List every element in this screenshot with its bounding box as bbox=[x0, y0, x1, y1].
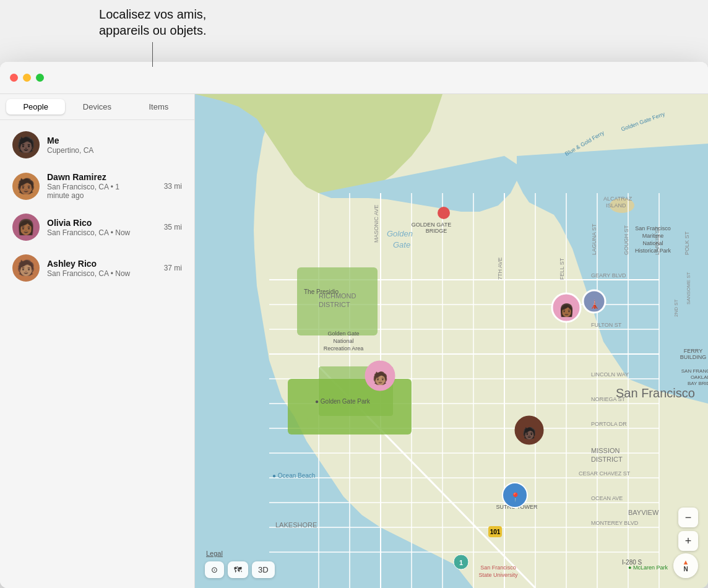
svg-text:FULTON ST: FULTON ST bbox=[591, 322, 622, 328]
location-icon: ⊙ bbox=[211, 565, 218, 574]
traffic-lights bbox=[10, 74, 44, 82]
svg-text:MASONIC AVE: MASONIC AVE bbox=[373, 205, 379, 243]
svg-text:San Francisco: San Francisco bbox=[635, 225, 671, 231]
svg-text:LAKESHORE: LAKESHORE bbox=[275, 521, 317, 529]
svg-text:National: National bbox=[333, 338, 353, 344]
svg-text:DISTRICT: DISTRICT bbox=[591, 456, 623, 463]
compass[interactable]: ▲ N bbox=[673, 553, 698, 578]
sidebar: People Devices Items 🧑🏿 Me Cupertino, CA… bbox=[0, 94, 195, 588]
person-info-me: Me Cupertino, CA bbox=[47, 136, 182, 155]
svg-text:Golden Gate: Golden Gate bbox=[327, 331, 359, 337]
tab-items[interactable]: Items bbox=[129, 99, 188, 115]
svg-text:MISSION: MISSION bbox=[591, 447, 620, 454]
svg-text:101: 101 bbox=[490, 529, 501, 535]
threed-button[interactable]: 3D bbox=[252, 561, 275, 578]
svg-text:POLK ST: POLK ST bbox=[684, 231, 690, 255]
map-controls-right: − + bbox=[678, 508, 698, 551]
person-name-ashley: Ashley Rico bbox=[47, 259, 159, 269]
person-distance-olivia: 35 mi bbox=[164, 223, 182, 231]
svg-text:● Golden Gate Park: ● Golden Gate Park bbox=[315, 398, 371, 405]
svg-text:BAYVIEW: BAYVIEW bbox=[628, 509, 659, 516]
avatar-me: 🧑🏿 bbox=[12, 131, 40, 158]
person-distance-ashley: 37 mi bbox=[164, 264, 182, 272]
app-window: People Devices Items 🧑🏿 Me Cupertino, CA… bbox=[0, 62, 708, 588]
svg-text:📍: 📍 bbox=[510, 492, 521, 503]
title-bar bbox=[0, 62, 708, 94]
person-info-olivia: Olivia Rico San Francisco, CA • Now bbox=[47, 218, 159, 237]
person-name-me: Me bbox=[47, 136, 182, 145]
svg-text:FERRY: FERRY bbox=[684, 348, 702, 354]
map-svg: GEARY BLVD FULTON ST LINCOLN WAY NORIEGA… bbox=[195, 94, 708, 588]
svg-text:CESAR CHAVEZ ST: CESAR CHAVEZ ST bbox=[579, 470, 631, 477]
svg-text:🧑🏽: 🧑🏽 bbox=[373, 371, 388, 386]
svg-text:🗼: 🗼 bbox=[589, 299, 600, 309]
svg-text:OCEAN AVE: OCEAN AVE bbox=[591, 495, 623, 501]
svg-text:Maritime: Maritime bbox=[642, 233, 664, 239]
svg-text:SANSOME ST: SANSOME ST bbox=[686, 272, 691, 305]
avatar-olivia: 👩🏾 bbox=[12, 214, 40, 241]
tabs-row: People Devices Items bbox=[0, 94, 194, 120]
svg-text:● McLaren Park: ● McLaren Park bbox=[628, 564, 668, 571]
tooltip: Localisez vos amis,appareils ou objets. bbox=[99, 6, 206, 67]
close-button[interactable] bbox=[10, 74, 18, 82]
map-view-icon: 🗺 bbox=[234, 565, 242, 574]
maximize-button[interactable] bbox=[36, 74, 44, 82]
person-item-olivia[interactable]: 👩🏾 Olivia Rico San Francisco, CA • Now 3… bbox=[4, 207, 191, 247]
person-info-ashley: Ashley Rico San Francisco, CA • Now bbox=[47, 259, 159, 278]
location-button[interactable]: ⊙ bbox=[205, 561, 224, 578]
svg-text:National: National bbox=[642, 240, 663, 246]
svg-text:The Presidio: The Presidio bbox=[304, 288, 339, 295]
zoom-minus-button[interactable]: − bbox=[678, 508, 698, 527]
svg-text:SAN FRANCISCO-: SAN FRANCISCO- bbox=[681, 368, 708, 374]
svg-text:2ND ST: 2ND ST bbox=[673, 299, 679, 317]
content-area: People Devices Items 🧑🏿 Me Cupertino, CA… bbox=[0, 94, 708, 588]
tooltip-text: Localisez vos amis,appareils ou objets. bbox=[99, 6, 206, 38]
svg-text:LAGUNA ST: LAGUNA ST bbox=[591, 223, 597, 255]
svg-text:7TH AVE: 7TH AVE bbox=[497, 257, 503, 280]
svg-text:Historical Park: Historical Park bbox=[635, 248, 671, 254]
tab-devices[interactable]: Devices bbox=[67, 99, 126, 115]
person-item-me[interactable]: 🧑🏿 Me Cupertino, CA bbox=[4, 125, 191, 165]
zoom-plus-button[interactable]: + bbox=[678, 531, 698, 551]
svg-text:State University: State University bbox=[478, 572, 518, 578]
person-name-dawn: Dawn Ramirez bbox=[47, 172, 159, 182]
svg-text:👩🏾: 👩🏾 bbox=[559, 303, 574, 318]
map-area: GEARY BLVD FULTON ST LINCOLN WAY NORIEGA… bbox=[195, 94, 708, 588]
tab-people[interactable]: People bbox=[6, 99, 65, 115]
map-controls-bottom: ⊙ 🗺 3D bbox=[205, 561, 275, 578]
svg-text:BAY BRIDGE: BAY BRIDGE bbox=[688, 381, 708, 386]
avatar-dawn: 🧑🏾 bbox=[12, 173, 40, 200]
svg-text:FELL ST: FELL ST bbox=[559, 257, 565, 280]
person-item-ashley[interactable]: 🧑🏽 Ashley Rico San Francisco, CA • Now 3… bbox=[4, 248, 191, 288]
person-list: 🧑🏿 Me Cupertino, CA 🧑🏾 Dawn Ramirez San … bbox=[0, 120, 194, 588]
svg-text:ISLAND: ISLAND bbox=[606, 202, 626, 209]
svg-text:1: 1 bbox=[459, 559, 463, 566]
svg-text:Gate: Gate bbox=[393, 240, 410, 249]
legal-link[interactable]: Legal bbox=[206, 550, 223, 557]
svg-text:OAKLAND: OAKLAND bbox=[691, 374, 708, 380]
svg-rect-28 bbox=[288, 379, 412, 435]
person-name-olivia: Olivia Rico bbox=[47, 218, 159, 228]
avatar-ashley: 🧑🏽 bbox=[12, 254, 40, 282]
person-info-dawn: Dawn Ramirez San Francisco, CA • 1minute… bbox=[47, 172, 159, 200]
svg-text:BRIDGE: BRIDGE bbox=[426, 228, 447, 234]
svg-text:San Francisco: San Francisco bbox=[616, 386, 695, 400]
person-location-dawn: San Francisco, CA • 1minute ago bbox=[47, 183, 159, 200]
svg-text:GEARY BLVD: GEARY BLVD bbox=[591, 272, 626, 279]
svg-text:Recreation Area: Recreation Area bbox=[324, 345, 364, 352]
svg-text:🧑🏿: 🧑🏿 bbox=[522, 426, 537, 440]
svg-text:San Francisco: San Francisco bbox=[480, 564, 516, 571]
map-view-button[interactable]: 🗺 bbox=[228, 561, 248, 578]
svg-text:MONTEREY BLVD: MONTEREY BLVD bbox=[591, 520, 639, 526]
svg-text:PORTOLA DR: PORTOLA DR bbox=[591, 421, 627, 427]
svg-text:Golden: Golden bbox=[387, 229, 413, 238]
svg-text:ALCATRAZ: ALCATRAZ bbox=[603, 196, 632, 202]
threed-label: 3D bbox=[258, 565, 269, 574]
minimize-button[interactable] bbox=[23, 74, 31, 82]
svg-text:DISTRICT: DISTRICT bbox=[319, 301, 350, 308]
person-item-dawn[interactable]: 🧑🏾 Dawn Ramirez San Francisco, CA • 1min… bbox=[4, 166, 191, 206]
svg-text:BUILDING: BUILDING bbox=[680, 354, 707, 360]
person-location-me: Cupertino, CA bbox=[47, 146, 182, 155]
svg-point-57 bbox=[438, 207, 450, 219]
compass-north-label: ▲ bbox=[683, 559, 689, 566]
